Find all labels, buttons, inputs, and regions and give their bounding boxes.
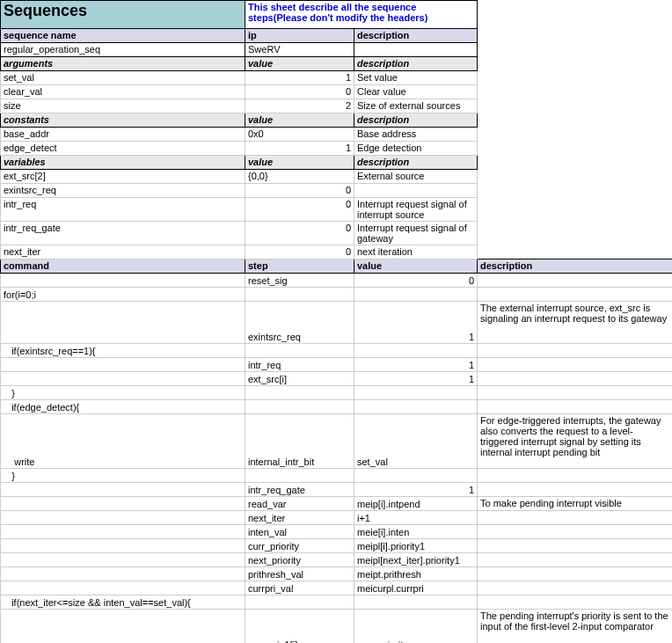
cmd-step: prithresh_val bbox=[245, 567, 354, 581]
cmd-step: currpri_val bbox=[245, 581, 354, 596]
cmd-step bbox=[245, 596, 354, 610]
arg-desc: Set value bbox=[354, 71, 478, 85]
cmd-value: 1 bbox=[354, 483, 478, 497]
cmd-value: meicurpl.currpri bbox=[354, 581, 478, 596]
cmd-desc bbox=[478, 553, 673, 567]
cmd-step bbox=[245, 400, 354, 414]
var-desc bbox=[354, 184, 478, 198]
const-name: base_addr bbox=[1, 128, 245, 142]
var-value: 0 bbox=[245, 245, 354, 259]
hdr-description: description bbox=[354, 57, 478, 71]
cmd-step bbox=[245, 469, 354, 483]
arg-value: 2 bbox=[245, 99, 354, 113]
cmd-desc bbox=[478, 596, 673, 610]
cmd-step: next_iter bbox=[245, 511, 354, 525]
cmd-desc bbox=[478, 288, 673, 302]
hdr-description: description bbox=[354, 113, 478, 128]
const-desc: Edge detection bbox=[354, 142, 478, 156]
cmd-value bbox=[354, 288, 478, 302]
hdr-value: value bbox=[245, 113, 354, 128]
var-desc: External source bbox=[354, 170, 478, 184]
cmd-desc bbox=[478, 372, 673, 386]
cmd-step bbox=[245, 288, 354, 302]
cmd-value: 1 bbox=[354, 372, 478, 386]
notice-cell: This sheet describe all the sequence ste… bbox=[245, 1, 478, 29]
arg-value: 1 bbox=[245, 71, 354, 85]
cmd-desc bbox=[478, 567, 673, 581]
var-value: 0 bbox=[245, 222, 354, 245]
cmd-command bbox=[1, 539, 245, 553]
const-value: 0x0 bbox=[245, 128, 354, 142]
cmd-step: exintsrc_req bbox=[245, 302, 354, 344]
cmd-command bbox=[1, 274, 245, 288]
cmd-desc bbox=[478, 344, 673, 358]
const-name: edge_detect bbox=[1, 142, 245, 156]
arg-desc: Clear value bbox=[354, 85, 478, 99]
arg-desc: Size of external sources bbox=[354, 99, 478, 113]
cmd-command bbox=[1, 511, 245, 525]
cmd-command: } bbox=[1, 386, 245, 400]
cmd-desc: To make pending interrupt visible bbox=[478, 497, 673, 511]
cmd-command: if(exintsrc_req==1){ bbox=[1, 344, 245, 358]
sequence-sheet: Sequences This sheet describe all the se… bbox=[0, 0, 672, 643]
seq-ip: SweRV bbox=[245, 43, 354, 57]
cmd-desc bbox=[478, 400, 673, 414]
arg-name: set_val bbox=[1, 71, 245, 85]
cmd-value: 1 bbox=[354, 302, 478, 344]
cmd-value: set_val bbox=[354, 414, 478, 469]
hdr-sequence-name: sequence name bbox=[1, 29, 245, 43]
cmd-value: meie[i].inten bbox=[354, 525, 478, 539]
cmd-value: curr_priority bbox=[354, 610, 478, 644]
hdr-value: value bbox=[354, 259, 478, 274]
cmd-desc bbox=[478, 511, 673, 525]
hdr-ip: ip bbox=[245, 29, 354, 43]
cmd-desc: For edge-triggered interrupts, the gatew… bbox=[478, 414, 673, 469]
var-name: ext_src[2] bbox=[1, 170, 245, 184]
cmd-step: internal_intr_bit bbox=[245, 414, 354, 469]
cmd-desc bbox=[478, 274, 673, 288]
hdr-value: value bbox=[245, 57, 354, 71]
cmd-command: write bbox=[1, 414, 245, 469]
cmd-step: reset_sig bbox=[245, 274, 354, 288]
cmd-value bbox=[354, 344, 478, 358]
cmd-desc bbox=[478, 469, 673, 483]
cmd-value bbox=[354, 400, 478, 414]
cmd-command: for(i=0;i bbox=[1, 288, 245, 302]
cmd-value: 1 bbox=[354, 358, 478, 372]
cmd-command bbox=[1, 483, 245, 497]
arg-value: 0 bbox=[245, 85, 354, 99]
hdr-command: command bbox=[1, 259, 245, 274]
hdr-description: description bbox=[354, 156, 478, 170]
var-desc: next iteration bbox=[354, 245, 478, 259]
cmd-desc bbox=[478, 525, 673, 539]
cmd-value: 0 bbox=[354, 274, 478, 288]
cmd-command bbox=[1, 358, 245, 372]
cmd-command: if(edge_detect){ bbox=[1, 400, 245, 414]
var-name: next_iter bbox=[1, 245, 245, 259]
var-name: intr_req_gate bbox=[1, 222, 245, 245]
hdr-description: description bbox=[354, 29, 478, 43]
var-desc: Interrupt request signal of gateway bbox=[354, 222, 478, 245]
hdr-arguments: arguments bbox=[1, 57, 245, 71]
cmd-command bbox=[1, 372, 245, 386]
cmd-step: inten_val bbox=[245, 525, 354, 539]
cmd-desc bbox=[478, 581, 673, 596]
cmd-step: next_priority bbox=[245, 553, 354, 567]
cmd-command: } bbox=[1, 469, 245, 483]
cmd-command bbox=[1, 553, 245, 567]
cmd-command bbox=[1, 497, 245, 511]
title-cell: Sequences bbox=[1, 1, 245, 29]
cmd-value: meip[i].intpend bbox=[354, 497, 478, 511]
var-value: {0,0} bbox=[245, 170, 354, 184]
cmd-value bbox=[354, 469, 478, 483]
seq-name: regular_operation_seq bbox=[1, 43, 245, 57]
hdr-value: value bbox=[245, 156, 354, 170]
const-desc: Base address bbox=[354, 128, 478, 142]
cmd-desc bbox=[478, 386, 673, 400]
cmd-desc bbox=[478, 539, 673, 553]
hdr-step: step bbox=[245, 259, 354, 274]
cmd-step bbox=[245, 386, 354, 400]
cmd-value bbox=[354, 386, 478, 400]
seq-desc bbox=[354, 43, 478, 57]
var-value: 0 bbox=[245, 184, 354, 198]
